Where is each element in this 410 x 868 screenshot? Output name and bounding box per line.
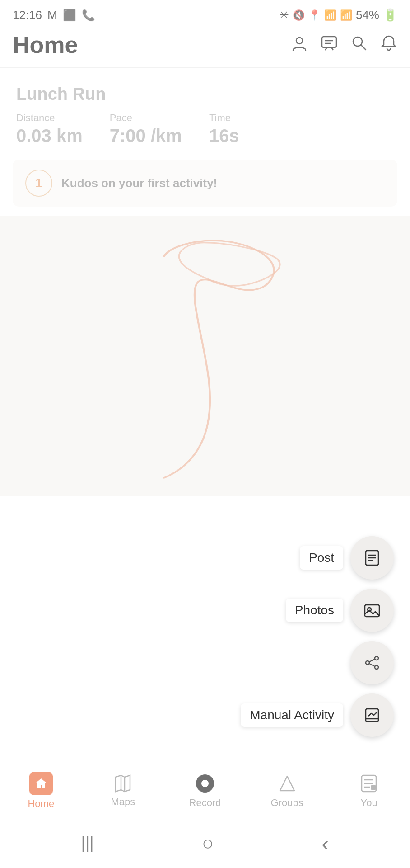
system-navigation: ||| ○ ‹ <box>0 818 410 868</box>
svg-point-4 <box>353 37 362 46</box>
fab-post-button[interactable] <box>350 536 394 580</box>
chat-icon[interactable] <box>321 34 338 56</box>
app-header: Home <box>0 27 410 67</box>
status-right: ✳ 🔇 📍 📶 📶 54% 🔋 <box>279 8 397 22</box>
kudos-banner: 1 Kudos on your first activity! <box>13 160 397 207</box>
fab-photos-label: Photos <box>286 599 343 622</box>
fab-share-button[interactable] <box>350 641 394 684</box>
nav-you-label: You <box>361 797 377 809</box>
search-icon[interactable] <box>350 34 368 56</box>
activity-card: Lunch Run Distance 0.03 km Pace 7:00 /km… <box>0 68 410 155</box>
sys-nav-home[interactable]: ○ <box>202 832 214 854</box>
groups-icon <box>276 773 298 794</box>
fab-share-item[interactable] <box>350 641 394 684</box>
bluetooth-icon: ✳ <box>279 8 289 22</box>
battery-icon: 🔋 <box>383 8 397 22</box>
pace-value: 7:00 /km <box>110 126 182 146</box>
distance-value: 0.03 km <box>16 126 83 146</box>
svg-point-15 <box>375 665 378 669</box>
svg-marker-26 <box>116 775 130 792</box>
time-value: 16s <box>209 126 239 146</box>
fab-manual-button[interactable] <box>350 693 394 737</box>
distance-label: Distance <box>16 112 83 124</box>
stat-pace: Pace 7:00 /km <box>110 112 182 146</box>
activity-stats: Distance 0.03 km Pace 7:00 /km Time 16s <box>16 112 394 146</box>
svg-point-13 <box>375 656 378 660</box>
mute-icon: 🔇 <box>293 9 305 21</box>
svg-point-0 <box>296 38 303 44</box>
video-icon: ⬛ <box>63 9 76 22</box>
sys-nav-back[interactable]: ‹ <box>321 831 329 856</box>
phone-icon: 📞 <box>82 9 95 22</box>
nav-record-label: Record <box>189 797 221 809</box>
nav-maps-label: Maps <box>111 796 135 808</box>
route-map <box>0 216 410 496</box>
fab-manual-label: Manual Activity <box>241 703 343 727</box>
header-actions <box>291 34 397 56</box>
svg-point-14 <box>366 661 369 665</box>
you-icon <box>358 773 380 794</box>
time-label: Time <box>209 112 239 124</box>
fab-post-label: Post <box>300 546 343 570</box>
svg-rect-36 <box>371 785 376 790</box>
nav-item-record[interactable]: Record <box>164 773 246 809</box>
stat-time: Time 16s <box>209 112 239 146</box>
svg-rect-11 <box>365 605 379 617</box>
record-icon <box>194 773 216 794</box>
svg-line-5 <box>361 45 366 50</box>
battery-display: 54% <box>356 8 379 22</box>
pace-label: Pace <box>110 112 182 124</box>
nav-item-groups[interactable]: Groups <box>246 773 328 809</box>
stat-distance: Distance 0.03 km <box>16 112 83 146</box>
signal-icon: 📶 <box>340 9 352 21</box>
nav-groups-label: Groups <box>271 797 303 809</box>
page-title: Home <box>13 31 78 58</box>
fab-menu: Post Photos <box>241 536 394 737</box>
svg-rect-18 <box>366 709 378 722</box>
nav-item-maps[interactable]: Maps <box>82 774 164 808</box>
notification-icon[interactable] <box>380 34 397 56</box>
fab-photos-button[interactable] <box>350 589 394 632</box>
fab-manual-activity-item[interactable]: Manual Activity <box>241 693 394 737</box>
svg-line-17 <box>369 664 375 666</box>
home-icon <box>29 772 53 795</box>
time-display: 12:16 <box>13 8 42 22</box>
profile-icon[interactable] <box>291 34 308 56</box>
svg-point-30 <box>201 780 209 787</box>
fab-post-item[interactable]: Post <box>300 536 394 580</box>
status-left: 12:16 M ⬛ 📞 <box>13 8 95 22</box>
maps-icon <box>113 774 133 793</box>
kudos-message: Kudos on your first activity! <box>61 176 217 190</box>
gmail-icon: M <box>47 8 57 22</box>
activity-title: Lunch Run <box>16 85 394 104</box>
status-bar: 12:16 M ⬛ 📞 ✳ 🔇 📍 📶 📶 54% 🔋 <box>0 0 410 27</box>
bottom-navigation: Home Maps Record Groups <box>0 760 410 818</box>
wifi-icon: 📶 <box>324 9 336 21</box>
fab-photos-item[interactable]: Photos <box>286 589 394 632</box>
sys-nav-recent[interactable]: ||| <box>81 834 94 853</box>
svg-rect-1 <box>322 37 336 47</box>
nav-item-home[interactable]: Home <box>0 772 82 810</box>
nav-home-label: Home <box>28 798 54 810</box>
nav-item-you[interactable]: You <box>328 773 410 809</box>
kudos-badge: 1 <box>25 170 52 197</box>
svg-line-16 <box>369 659 375 662</box>
location-icon: 📍 <box>308 9 321 21</box>
